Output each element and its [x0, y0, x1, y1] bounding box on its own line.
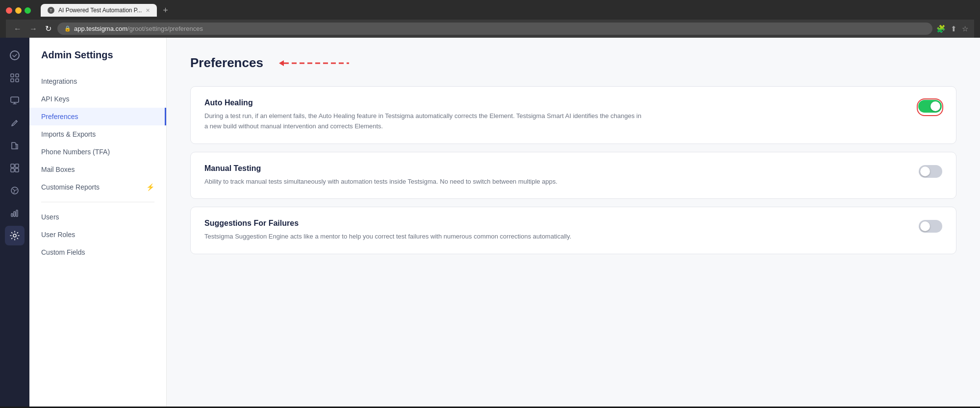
- app-container: Admin Settings Integrations API Keys Pre…: [0, 38, 980, 407]
- tab-favicon: T: [48, 7, 54, 14]
- traffic-lights: [6, 7, 31, 14]
- svg-rect-3: [11, 79, 14, 82]
- rail-icon-settings[interactable]: [5, 226, 25, 245]
- suggestions-toggle-wrapper: [919, 220, 942, 235]
- svg-point-14: [13, 234, 16, 237]
- suggestions-desc: Testsigma Suggestion Engine acts like a …: [204, 232, 646, 242]
- back-button[interactable]: ←: [12, 24, 24, 34]
- auto-healing-toggle-highlight: [918, 99, 942, 115]
- reload-button[interactable]: ↻: [43, 23, 53, 34]
- new-tab-button[interactable]: +: [159, 5, 172, 16]
- manual-testing-slider: [919, 165, 942, 178]
- sidebar-item-user-roles[interactable]: User Roles: [29, 226, 166, 243]
- auto-healing-desc: During a test run, if an element fails, …: [204, 111, 646, 132]
- svg-rect-8: [11, 168, 14, 172]
- manual-testing-card: Manual Testing Ability to track manual t…: [190, 152, 956, 199]
- sidebar-item-mail-boxes[interactable]: Mail Boxes: [29, 161, 166, 178]
- svg-rect-6: [11, 164, 14, 168]
- sidebar-item-custom-fields[interactable]: Custom Fields: [29, 243, 166, 261]
- auto-healing-content: Auto Healing During a test run, if an el…: [204, 98, 906, 132]
- svg-rect-4: [16, 79, 19, 82]
- sidebar-item-integrations[interactable]: Integrations: [29, 72, 166, 90]
- main-content: Preferences Auto Healing During a test r…: [167, 38, 980, 407]
- sidebar-title: Admin Settings: [29, 49, 166, 72]
- browser-toolbar: ← → ↻ 🔒 app.testsigma.com/groot/settings…: [6, 20, 974, 38]
- close-button[interactable]: [6, 7, 12, 14]
- active-tab[interactable]: T AI Powered Test Automation P... ✕: [41, 4, 157, 17]
- rail-icon-logo[interactable]: [5, 46, 25, 65]
- svg-rect-9: [15, 168, 19, 172]
- manual-testing-toggle[interactable]: [919, 165, 942, 178]
- browser-chrome: T AI Powered Test Automation P... ✕ + ← …: [0, 0, 980, 38]
- rail-icon-book[interactable]: [5, 136, 25, 155]
- extensions-icon[interactable]: 🧩: [936, 24, 946, 33]
- sidebar-nav-secondary: Users User Roles Custom Fields: [29, 208, 166, 261]
- suggestions-title: Suggestions For Failures: [204, 219, 907, 228]
- auto-healing-toggle[interactable]: [918, 100, 942, 113]
- svg-rect-7: [15, 164, 19, 168]
- suggestions-toggle[interactable]: [919, 220, 942, 233]
- sidebar-item-imports-exports[interactable]: Imports & Exports: [29, 125, 166, 143]
- svg-rect-13: [16, 210, 18, 216]
- suggestions-slider: [919, 220, 942, 233]
- svg-rect-11: [11, 214, 13, 216]
- customise-reports-badge: ⚡: [146, 183, 154, 191]
- sidebar-divider: [41, 202, 154, 202]
- sidebar-item-users[interactable]: Users: [29, 208, 166, 226]
- manual-testing-desc: Ability to track manual tests simultaneo…: [204, 177, 646, 187]
- auto-healing-card: Auto Healing During a test run, if an el…: [190, 86, 956, 144]
- page-title: Preferences: [190, 55, 263, 71]
- lock-icon: 🔒: [64, 25, 71, 32]
- maximize-button[interactable]: [25, 7, 31, 14]
- rail-icon-monitor[interactable]: [5, 91, 25, 110]
- annotation-arrow: [273, 58, 352, 68]
- svg-rect-12: [14, 212, 15, 216]
- page-header: Preferences: [190, 55, 956, 71]
- sidebar-item-customise-reports[interactable]: Customise Reports ⚡: [29, 178, 166, 196]
- browser-tabs: T AI Powered Test Automation P... ✕ +: [41, 4, 974, 17]
- suggestions-card: Suggestions For Failures Testsigma Sugge…: [190, 207, 956, 254]
- auto-healing-toggle-wrapper: [918, 99, 942, 115]
- suggestions-content: Suggestions For Failures Testsigma Sugge…: [204, 219, 907, 242]
- rail-icon-bar-chart[interactable]: [5, 203, 25, 223]
- manual-testing-content: Manual Testing Ability to track manual t…: [204, 164, 907, 187]
- rail-icon-analytics[interactable]: [5, 181, 25, 200]
- svg-point-0: [10, 51, 19, 60]
- manual-testing-title: Manual Testing: [204, 164, 907, 173]
- url-domain: app.testsigma.com: [74, 25, 127, 32]
- url-path: /groot/settings/preferences: [127, 25, 203, 32]
- browser-titlebar: T AI Powered Test Automation P... ✕ +: [6, 4, 974, 17]
- svg-marker-15: [279, 60, 284, 66]
- tab-label: AI Powered Test Automation P...: [58, 7, 142, 14]
- auto-healing-title: Auto Healing: [204, 98, 906, 107]
- bookmark-icon[interactable]: ☆: [962, 24, 968, 33]
- toolbar-actions: 🧩 ⬆ ☆: [936, 24, 968, 33]
- rail-icon-edit[interactable]: [5, 113, 25, 133]
- svg-rect-5: [11, 97, 19, 102]
- auto-healing-slider: [918, 100, 942, 113]
- sidebar-item-phone-numbers[interactable]: Phone Numbers (TFA): [29, 143, 166, 161]
- svg-rect-2: [16, 74, 19, 77]
- url-display: app.testsigma.com/groot/settings/prefere…: [74, 25, 203, 32]
- rail-icon-grid[interactable]: [5, 68, 25, 88]
- sidebar-nav-primary: Integrations API Keys Preferences Import…: [29, 72, 166, 196]
- sidebar: Admin Settings Integrations API Keys Pre…: [29, 38, 167, 407]
- manual-testing-toggle-wrapper: [919, 165, 942, 180]
- sidebar-item-api-keys[interactable]: API Keys: [29, 90, 166, 108]
- icon-rail: [0, 38, 29, 407]
- address-bar[interactable]: 🔒 app.testsigma.com/groot/settings/prefe…: [57, 23, 932, 35]
- share-icon[interactable]: ⬆: [951, 24, 957, 33]
- rail-icon-dashboard[interactable]: [5, 158, 25, 178]
- minimize-button[interactable]: [15, 7, 22, 14]
- tab-close-button[interactable]: ✕: [146, 7, 150, 14]
- sidebar-item-preferences[interactable]: Preferences: [29, 108, 166, 125]
- forward-button[interactable]: →: [27, 24, 39, 34]
- svg-rect-1: [11, 74, 14, 77]
